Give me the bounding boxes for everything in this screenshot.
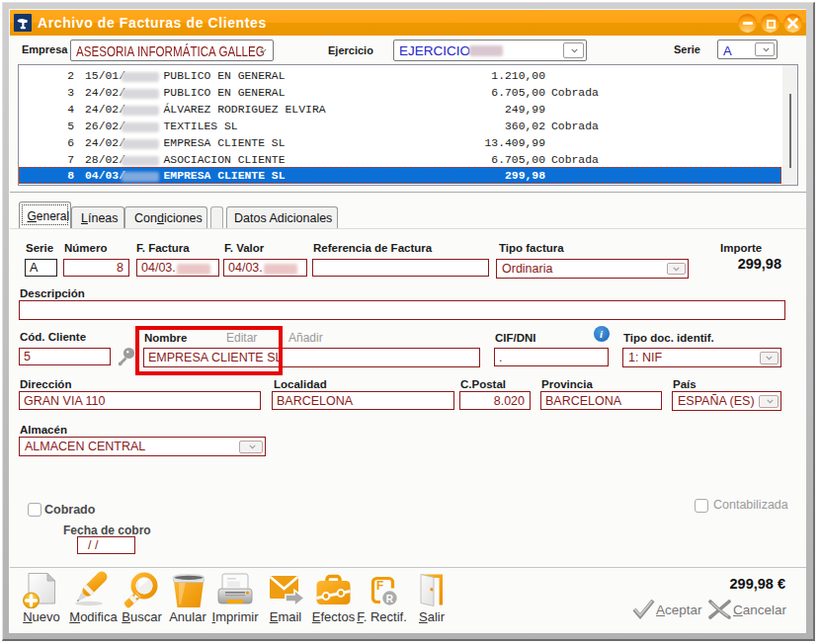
svg-text:F: F	[376, 579, 383, 593]
svg-text:R: R	[386, 594, 394, 604]
